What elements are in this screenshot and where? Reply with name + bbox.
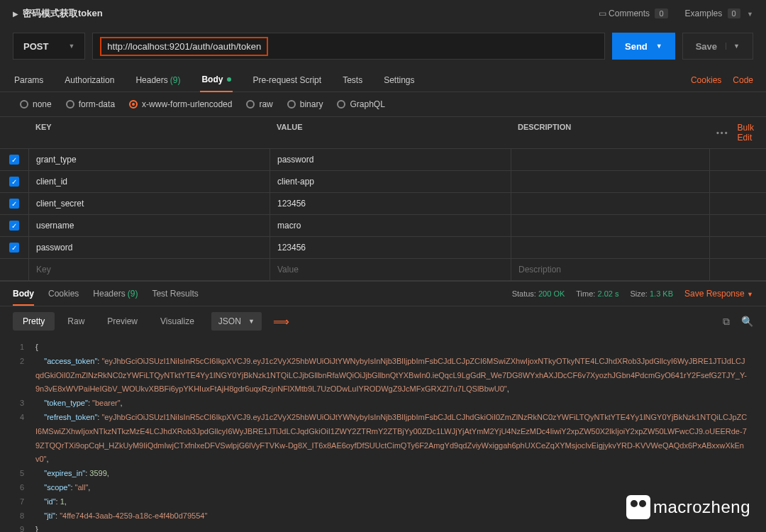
cell-key[interactable]: client_secret [28, 193, 270, 214]
table-row: ✓password123456 [0, 237, 766, 259]
rtab-body[interactable]: Body [13, 289, 34, 306]
table-header-row: KEY VALUE DESCRIPTION •••Bulk Edit [0, 117, 766, 149]
radio-icon [66, 100, 74, 109]
cell-value[interactable]: macro [270, 215, 511, 236]
bulk-edit-link[interactable]: Bulk Edit [738, 123, 756, 143]
radio-graphql[interactable]: GraphQL [337, 99, 384, 109]
cell-desc[interactable] [511, 149, 709, 170]
tab-prerequest[interactable]: Pre-request Script [251, 68, 323, 92]
radio-icon [337, 100, 345, 109]
examples-button[interactable]: Examples 0 ▼ [685, 9, 753, 18]
status-text: Status: 200 OK [512, 289, 565, 298]
comments-button[interactable]: ▭ Comments 0 [599, 9, 668, 18]
cell-key[interactable]: password [28, 237, 270, 258]
cell-key-ph[interactable]: Key [28, 259, 270, 280]
cell-value-ph[interactable]: Value [270, 259, 511, 280]
copy-icon[interactable]: ⧉ [723, 316, 730, 328]
radio-icon [287, 100, 296, 109]
cell-key[interactable]: client_id [28, 171, 270, 192]
radio-form-data[interactable]: form-data [66, 99, 115, 109]
radio-binary[interactable]: binary [287, 99, 323, 109]
wechat-icon [626, 495, 650, 519]
request-bar: POST ▼ http://localhost:9201/auth/oauth/… [0, 27, 766, 68]
request-header: ▶ 密码模式获取token ▭ Comments 0 Examples 0 ▼ [0, 0, 766, 27]
checkbox[interactable]: ✓ [9, 155, 19, 165]
col-desc: DESCRIPTION [511, 117, 709, 148]
save-response-button[interactable]: Save Response ▼ [684, 289, 753, 299]
rtab-cookies[interactable]: Cookies [48, 289, 79, 299]
radio-icon [246, 100, 255, 109]
rtab-headers[interactable]: Headers(9) [93, 289, 138, 299]
chevron-down-icon: ▼ [656, 43, 662, 50]
radio-xwww[interactable]: x-www-form-urlencoded [129, 99, 232, 109]
tab-tests[interactable]: Tests [341, 68, 364, 92]
save-button[interactable]: Save ▼ [682, 33, 753, 60]
view-raw[interactable]: Raw [57, 312, 94, 331]
chevron-down-icon: ▼ [248, 318, 255, 325]
method-select[interactable]: POST ▼ [13, 33, 85, 60]
watermark: macrozheng [626, 495, 750, 519]
lang-select[interactable]: JSON▼ [211, 312, 262, 331]
body-type-radios: none form-data x-www-form-urlencoded raw… [0, 92, 766, 117]
radio-icon [20, 100, 28, 109]
checkbox[interactable]: ✓ [9, 199, 19, 209]
checkbox[interactable]: ✓ [9, 243, 19, 253]
radio-raw[interactable]: raw [246, 99, 272, 109]
active-dot-icon [227, 77, 231, 82]
chevron-down-icon: ▼ [726, 43, 740, 50]
code-link[interactable]: Code [733, 75, 753, 85]
cell-desc[interactable] [511, 215, 709, 236]
tab-settings[interactable]: Settings [382, 68, 416, 92]
response-tabs: Body Cookies Headers(9) Test Results Sta… [0, 281, 766, 306]
url-input[interactable]: http://localhost:9201/auth/oauth/token [92, 33, 605, 60]
cell-value[interactable]: 123456 [270, 237, 511, 258]
wrap-icon[interactable]: ⟹ [273, 315, 289, 328]
table-row: ✓client_secret123456 [0, 193, 766, 215]
radio-none[interactable]: none [20, 99, 52, 109]
request-tabs: Params Authorization Headers(9) Body Pre… [0, 68, 766, 92]
chevron-down-icon: ▼ [68, 43, 74, 50]
cell-desc-ph[interactable]: Description [511, 259, 709, 280]
cookies-link[interactable]: Cookies [691, 75, 721, 85]
col-value: VALUE [270, 117, 511, 148]
col-key: KEY [28, 117, 270, 148]
view-visualize[interactable]: Visualize [150, 312, 204, 331]
radio-icon [129, 100, 138, 109]
cell-desc[interactable] [511, 237, 709, 258]
send-button[interactable]: Send ▼ [612, 33, 675, 60]
table-row: ✓client_idclient-app [0, 171, 766, 193]
params-table: KEY VALUE DESCRIPTION •••Bulk Edit ✓gran… [0, 117, 766, 281]
table-row: ✓grant_typepassword [0, 149, 766, 171]
size-text: Size: 1.3 KB [630, 289, 673, 298]
table-row-placeholder: KeyValueDescription [0, 259, 766, 281]
tab-params[interactable]: Params [13, 68, 45, 92]
tab-body[interactable]: Body [200, 68, 233, 92]
cell-value[interactable]: password [270, 149, 511, 170]
request-title: 密码模式获取token [23, 7, 103, 20]
time-text: Time: 2.02 s [576, 289, 618, 298]
cell-desc[interactable] [511, 193, 709, 214]
table-row: ✓usernamemacro [0, 215, 766, 237]
cell-key[interactable]: grant_type [28, 149, 270, 170]
chevron-down-icon: ▼ [747, 11, 753, 18]
collapse-triangle-icon[interactable]: ▶ [13, 10, 18, 18]
rtab-tests[interactable]: Test Results [152, 289, 198, 299]
more-icon[interactable]: ••• [716, 128, 729, 137]
cell-desc[interactable] [511, 171, 709, 192]
cell-value[interactable]: client-app [270, 171, 511, 192]
response-view-bar: Pretty Raw Preview Visualize JSON▼ ⟹ ⧉ 🔍 [0, 306, 766, 336]
view-preview[interactable]: Preview [97, 312, 148, 331]
cell-value[interactable]: 123456 [270, 193, 511, 214]
tab-authorization[interactable]: Authorization [63, 68, 116, 92]
checkbox[interactable]: ✓ [9, 221, 19, 231]
checkbox[interactable]: ✓ [9, 177, 19, 187]
search-icon[interactable]: 🔍 [741, 316, 753, 328]
cell-key[interactable]: username [28, 215, 270, 236]
tab-headers[interactable]: Headers(9) [134, 68, 182, 92]
view-pretty[interactable]: Pretty [13, 312, 55, 331]
comment-icon: ▭ [599, 9, 606, 18]
